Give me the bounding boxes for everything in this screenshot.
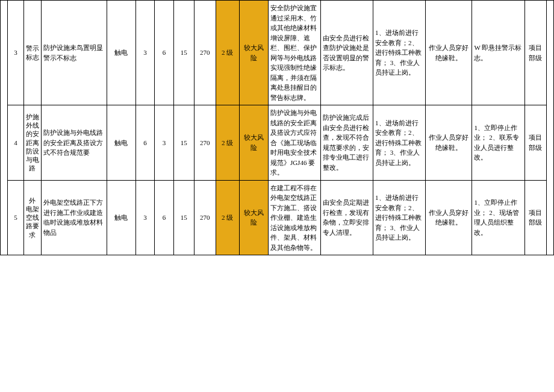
cell-n4: 270 — [194, 180, 216, 255]
cell-hazard: 触电 — [107, 1, 135, 105]
cell-measure4: 作业人员穿好绝缘鞋。 — [426, 180, 472, 255]
cell-owner: 项目部级 — [524, 1, 546, 105]
cell-measure1: 安全防护设施宜通过采用木、竹或其他绝缘材料增设屏障、遮栏、围栏、保护网等与外电线… — [268, 1, 320, 105]
cell-n1: 3 — [135, 180, 154, 255]
cell-n3: 15 — [173, 105, 194, 181]
cell-desc: 外电架空线路正下方进行施工作业或建造临时设施或堆放材料物品 — [41, 180, 107, 255]
table-row: 3 警示标志 防护设施未鸟置明显警示不标志 触电 3 6 15 270 2 级 … — [1, 1, 554, 105]
cell-index: 5 — [8, 180, 24, 255]
cell-level: 2 级 — [216, 180, 239, 255]
cell-measure5: 1、立即停止作业； 2、联系专业人员进行整改。 — [472, 105, 524, 181]
cell-n3: 15 — [173, 180, 194, 255]
table-row: 4 护施外线的安距离防设与电路 防护设施与外电线路的安全距离及搭设方式不符合规范… — [1, 105, 554, 181]
cell-risk: 较大风险 — [239, 105, 268, 181]
cell-measure5: 1、立即停止作业； 2、现场管理人员组织整改。 — [472, 180, 524, 255]
cell-risk: 较大风险 — [239, 180, 268, 255]
cell-n2: 3 — [155, 105, 173, 181]
cell-measure2: 由安全员定期进行检查，发现有杂物，立即安排专人清理。 — [320, 180, 373, 255]
risk-assessment-table: 3 警示标志 防护设施未鸟置明显警示不标志 触电 3 6 15 270 2 级 … — [0, 0, 554, 255]
cell-measure1: 防护设施与外电线路的安全距离及搭设方式应符合《施工现场临时用电安全技术规范》JG… — [268, 105, 320, 181]
cell-owner: 项目部级 — [524, 105, 546, 181]
table-row: 5 外 电架 空线 路要 求 外电架空线路正下方进行施工作业或建造临时设施或堆放… — [1, 180, 554, 255]
cell-n2: 6 — [155, 180, 173, 255]
cell-measure4: 作业人员穿好绝缘鞋。 — [426, 1, 472, 105]
cell-index: 4 — [8, 105, 24, 181]
cell-measure2: 防护设施完成后由安全员进行检查，发现不符合规范要求的，安排专业电工进行整改。 — [320, 105, 373, 181]
cell-desc: 防护设施与外电线路的安全距离及搭设方式不符合规范要 — [41, 105, 107, 181]
cell-n3: 15 — [173, 1, 194, 105]
cell-measure2: 由安全员进行检查防护设施处是否设置明显的警示标志。 — [320, 1, 373, 105]
cell-hazard: 触电 — [107, 180, 135, 255]
cell-n2: 6 — [155, 1, 173, 105]
cell-desc: 防护设施未鸟置明显警示不标志 — [41, 1, 107, 105]
cell-measure5: W 即悬挂警示标志。 — [472, 1, 524, 105]
cell-level: 2 级 — [216, 1, 239, 105]
cell-measure3: 1、进场前进行安全教育；2、进行特殊工种教育； 3、作业人员持证上岗。 — [373, 180, 426, 255]
cell-n4: 270 — [194, 1, 216, 105]
cell-risk: 较大风险 — [239, 1, 268, 105]
cell-category: 外 电架 空线 路要 求 — [23, 180, 41, 255]
cell-hazard: 触电 — [107, 105, 135, 181]
row-group-stub-right — [546, 1, 553, 255]
row-group-stub — [1, 1, 8, 255]
cell-category: 警示标志 — [23, 1, 41, 105]
cell-owner: 项目部级 — [524, 180, 546, 255]
cell-measure3: 1、进场前进行安全教育；2、进行特殊工种教育； 3、作业人员持证上岗。 — [373, 105, 426, 181]
cell-n1: 6 — [135, 105, 154, 181]
cell-level: 2 级 — [216, 105, 239, 181]
cell-index: 3 — [8, 1, 24, 105]
cell-n4: 270 — [194, 105, 216, 181]
cell-measure4: 作业人员穿好绝缘鞋。 — [426, 105, 472, 181]
cell-n1: 3 — [135, 1, 154, 105]
cell-measure1: 在建工程不得在外电架空线路正下方施工、搭设作业棚、建造生活设施或堆放构件、架具、… — [268, 180, 320, 255]
table: 3 警示标志 防护设施未鸟置明显警示不标志 触电 3 6 15 270 2 级 … — [0, 0, 554, 255]
cell-category: 护施外线的安距离防设与电路 — [23, 105, 41, 181]
cell-measure3: 1、进场前进行安全教育；2、进行特殊工种教育； 3、作业人员持证上岗。 — [373, 1, 426, 105]
